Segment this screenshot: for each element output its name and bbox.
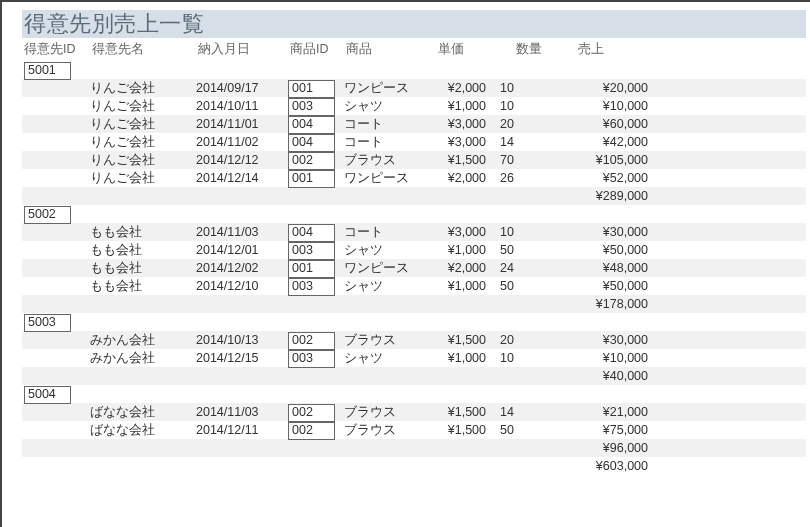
- table-row: りんご会社2014/09/17001ワンピース¥2,00010¥20,000: [22, 79, 806, 97]
- table-row: 5001: [22, 61, 806, 79]
- cell-unit: ¥1,000: [436, 277, 500, 295]
- cell-qty: 50: [500, 277, 548, 295]
- cell-product-id: 002: [288, 403, 344, 422]
- cell-product: コート: [344, 223, 436, 241]
- cell-product: シャツ: [344, 349, 436, 367]
- cell-product-id-box: 004: [288, 224, 335, 242]
- header-quantity: 数量: [516, 41, 564, 58]
- cell-product-id: 004: [288, 115, 344, 134]
- cell-product-id: 001: [288, 79, 344, 98]
- cell-date: 2014/12/11: [196, 421, 288, 439]
- cell-amount: ¥48,000: [548, 259, 648, 277]
- cell-product-id-box: 003: [288, 242, 335, 260]
- cell-customer-id: 5001: [22, 61, 90, 80]
- cell-qty: 26: [500, 169, 548, 187]
- cell-product: ブラウス: [344, 151, 436, 169]
- cell-product: ブラウス: [344, 331, 436, 349]
- cell-date: 2014/09/17: [196, 79, 288, 97]
- cell-customer-id-box: 5001: [24, 62, 71, 80]
- cell-subtotal: ¥289,000: [548, 187, 648, 205]
- cell-customer-id-box: 5002: [24, 206, 71, 224]
- table-header: 得意先ID 得意先名 納入月日 商品ID 商品 単価 数量 売上: [22, 38, 806, 61]
- cell-product-id-box: 001: [288, 80, 335, 98]
- cell-amount: ¥50,000: [548, 241, 648, 259]
- cell-product-id: 003: [288, 277, 344, 296]
- cell-qty: 20: [500, 331, 548, 349]
- cell-customer-id-box: 5003: [24, 314, 71, 332]
- table-row: みかん会社2014/10/13002ブラウス¥1,50020¥30,000: [22, 331, 806, 349]
- cell-product-id: 003: [288, 349, 344, 368]
- header-product-name: 商品: [346, 41, 438, 58]
- cell-product-id-box: 002: [288, 332, 335, 350]
- cell-customer-id-box: 5004: [24, 386, 71, 404]
- cell-product: シャツ: [344, 97, 436, 115]
- cell-customer-id: 5003: [22, 313, 90, 332]
- cell-qty: 10: [500, 79, 548, 97]
- cell-product: コート: [344, 133, 436, 151]
- cell-product: ワンピース: [344, 79, 436, 97]
- cell-product-id: 004: [288, 223, 344, 242]
- cell-date: 2014/12/01: [196, 241, 288, 259]
- cell-amount: ¥60,000: [548, 115, 648, 133]
- cell-product-id: 004: [288, 133, 344, 152]
- cell-unit: ¥2,000: [436, 169, 500, 187]
- cell-subtotal: ¥178,000: [548, 295, 648, 313]
- cell-product-id: 003: [288, 241, 344, 260]
- table-row: りんご会社2014/12/14001ワンピース¥2,00026¥52,000: [22, 169, 806, 187]
- cell-product-id-box: 002: [288, 152, 335, 170]
- cell-qty: 14: [500, 403, 548, 421]
- cell-unit: ¥1,500: [436, 403, 500, 421]
- cell-unit: ¥1,500: [436, 421, 500, 439]
- cell-product: シャツ: [344, 277, 436, 295]
- cell-product-id: 002: [288, 151, 344, 170]
- cell-product-id: 002: [288, 331, 344, 350]
- table-row: もも会社2014/12/02001ワンピース¥2,00024¥48,000: [22, 259, 806, 277]
- cell-product-id-box: 003: [288, 350, 335, 368]
- cell-customer-name: もも会社: [90, 277, 196, 295]
- cell-customer-name: りんご会社: [90, 97, 196, 115]
- cell-customer-name: りんご会社: [90, 133, 196, 151]
- cell-product-id-box: 002: [288, 404, 335, 422]
- header-product-id: 商品ID: [290, 41, 346, 58]
- cell-customer-name: ばなな会社: [90, 403, 196, 421]
- cell-unit: ¥2,000: [436, 79, 500, 97]
- cell-customer-name: もも会社: [90, 223, 196, 241]
- cell-product-id: 001: [288, 259, 344, 278]
- cell-qty: 20: [500, 115, 548, 133]
- cell-qty: 70: [500, 151, 548, 169]
- cell-customer-name: りんご会社: [90, 115, 196, 133]
- cell-date: 2014/12/15: [196, 349, 288, 367]
- table-row: ばなな会社2014/11/03002ブラウス¥1,50014¥21,000: [22, 403, 806, 421]
- cell-amount: ¥20,000: [548, 79, 648, 97]
- table-row: りんご会社2014/10/11003シャツ¥1,00010¥10,000: [22, 97, 806, 115]
- table-row: 5002: [22, 205, 806, 223]
- cell-customer-name: りんご会社: [90, 151, 196, 169]
- cell-product-id: 002: [288, 421, 344, 440]
- cell-customer-name: みかん会社: [90, 349, 196, 367]
- cell-product-id-box: 004: [288, 134, 335, 152]
- cell-qty: 50: [500, 241, 548, 259]
- cell-amount: ¥52,000: [548, 169, 648, 187]
- header-amount: 売上: [564, 41, 678, 58]
- cell-grand-total: ¥603,000: [548, 457, 648, 475]
- cell-customer-id: 5002: [22, 205, 90, 224]
- cell-qty: 24: [500, 259, 548, 277]
- table-row: 5003: [22, 313, 806, 331]
- cell-date: 2014/11/03: [196, 403, 288, 421]
- cell-date: 2014/10/11: [196, 97, 288, 115]
- cell-date: 2014/10/13: [196, 331, 288, 349]
- cell-qty: 50: [500, 421, 548, 439]
- cell-customer-name: りんご会社: [90, 79, 196, 97]
- table-body: 5001りんご会社2014/09/17001ワンピース¥2,00010¥20,0…: [22, 61, 806, 475]
- cell-qty: 10: [500, 223, 548, 241]
- table-row: みかん会社2014/12/15003シャツ¥1,00010¥10,000: [22, 349, 806, 367]
- report-title: 得意先別売上一覧: [22, 11, 204, 36]
- cell-product: シャツ: [344, 241, 436, 259]
- cell-product-id: 003: [288, 97, 344, 116]
- table-row: りんご会社2014/12/12002ブラウス¥1,50070¥105,000: [22, 151, 806, 169]
- table-row: ¥289,000: [22, 187, 806, 205]
- cell-product: ワンピース: [344, 259, 436, 277]
- table-row: 5004: [22, 385, 806, 403]
- cell-product-id-box: 001: [288, 260, 335, 278]
- cell-customer-name: もも会社: [90, 259, 196, 277]
